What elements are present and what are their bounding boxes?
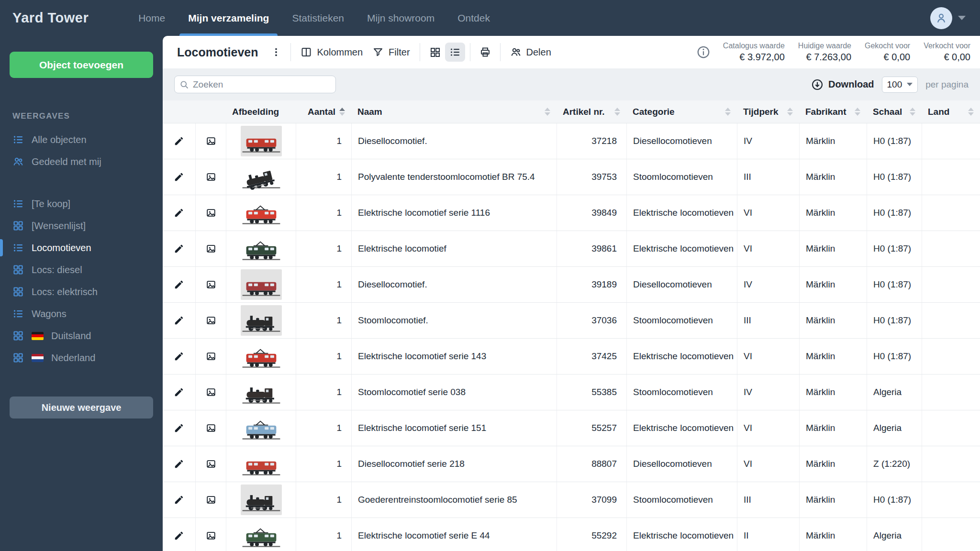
search-icon [179, 80, 189, 89]
page-size-select[interactable]: 100 [882, 77, 918, 93]
list-view-button[interactable] [445, 43, 465, 62]
filter-button[interactable]: Filter [368, 43, 414, 62]
table-row[interactable]: 1Diesellocomotief.37218Diesellocomotieve… [163, 123, 980, 159]
table-row[interactable]: 1Stoomlocomotief.37036StoomlocomotievenI… [163, 303, 980, 339]
pencil-icon [174, 136, 184, 146]
nav-tab-statistieken[interactable]: Statistieken [280, 0, 356, 36]
nav-tab-ontdek[interactable]: Ontdek [446, 0, 501, 36]
share-button[interactable]: Delen [505, 43, 556, 62]
table-row[interactable]: 1Diesellocomotief serie 21888807Diesello… [163, 446, 980, 482]
object-thumbnail[interactable] [241, 449, 282, 479]
edit-button[interactable] [171, 348, 187, 364]
edit-button[interactable] [171, 492, 187, 508]
images-button[interactable] [203, 492, 219, 508]
cell-schaal: H0 (1:87) [867, 339, 922, 374]
object-thumbnail[interactable] [241, 305, 282, 336]
table-row[interactable]: 1Stoomlocomotief serie 03855385Stoomloco… [163, 375, 980, 410]
images-button[interactable] [203, 276, 219, 293]
table-row[interactable]: 1Diesellocomotief.39189Diesellocomotieve… [163, 267, 980, 303]
sidebar-item--wensenlijst-[interactable]: [Wensenlijst] [0, 215, 163, 237]
edit-button[interactable] [171, 456, 187, 472]
cell-land [922, 518, 980, 551]
sidebar-item-locs-diesel[interactable]: Locs: diesel [0, 259, 163, 281]
column-label: Schaal [873, 107, 902, 117]
table-row[interactable]: 1Elektrische locomotief serie E 4455292E… [163, 518, 980, 551]
columns-button[interactable]: Kolommen [296, 43, 368, 62]
header-cell-naam[interactable]: Naam [351, 100, 557, 123]
sidebar-item-locomotieven[interactable]: Locomotieven [0, 237, 163, 259]
object-thumbnail[interactable] [241, 162, 282, 192]
print-button[interactable] [475, 43, 495, 62]
images-button[interactable] [203, 169, 219, 185]
more-options-button[interactable] [267, 43, 286, 61]
sidebar-item-gedeeld-met-mij[interactable]: Gedeeld met mij [0, 151, 163, 173]
table-row[interactable]: 1Polyvalente tenderstoomlocomotief BR 75… [163, 159, 980, 195]
header-cell-artikel-nr-[interactable]: Artikel nr. [557, 100, 626, 123]
object-thumbnail[interactable] [241, 198, 282, 228]
table-row[interactable]: 1Elektrische locomotief serie 14337425El… [163, 339, 980, 375]
header-cell-fabrikant[interactable]: Fabrikant [799, 100, 867, 123]
nav-tab-mijn-showroom[interactable]: Mijn showroom [356, 0, 446, 36]
sidebar-item-alle-objecten[interactable]: Alle objecten [0, 129, 163, 151]
cell-naam: Diesellocomotief serie 218 [351, 446, 557, 482]
edit-button[interactable] [171, 133, 187, 149]
images-button[interactable] [203, 420, 219, 436]
images-button[interactable] [203, 528, 219, 544]
images-button[interactable] [203, 241, 219, 257]
header-cell-categorie[interactable]: Categorie [626, 100, 737, 123]
sidebar-item-duitsland[interactable]: Duitsland [0, 325, 163, 347]
images-button[interactable] [203, 456, 219, 472]
nav-tab-home[interactable]: Home [127, 0, 177, 36]
table-row[interactable]: 1Elektrische locomotief serie 15155257El… [163, 410, 980, 446]
info-button[interactable] [696, 45, 711, 59]
cell-fabrikant: Märklin [799, 482, 867, 518]
object-thumbnail[interactable] [241, 341, 282, 372]
edit-button[interactable] [171, 241, 187, 257]
header-cell-aantal[interactable]: Aantal [296, 100, 351, 123]
sidebar-item-nederland[interactable]: Nederland [0, 347, 163, 369]
object-thumbnail[interactable] [241, 485, 282, 515]
cell-land [922, 267, 980, 302]
edit-button[interactable] [171, 169, 187, 185]
images-button[interactable] [203, 205, 219, 221]
images-button[interactable] [203, 348, 219, 364]
new-view-button[interactable]: Nieuwe weergave [10, 397, 153, 419]
images-button[interactable] [203, 384, 219, 400]
edit-button[interactable] [171, 528, 187, 544]
grid-view-button[interactable] [425, 43, 445, 62]
edit-button[interactable] [171, 420, 187, 436]
edit-button[interactable] [171, 205, 187, 221]
sort-arrows-icon [855, 108, 860, 116]
edit-button[interactable] [171, 384, 187, 400]
cell-fabrikant: Märklin [799, 375, 867, 410]
nav-tab-mijn-verzameling[interactable]: Mijn verzameling [177, 0, 280, 36]
add-object-button[interactable]: Object toevoegen [10, 52, 153, 78]
object-thumbnail[interactable] [241, 126, 282, 156]
table-row[interactable]: 1Elektrische locomotief39861Elektrische … [163, 231, 980, 267]
table-row[interactable]: 1Elektrische locomotief serie 111639849E… [163, 195, 980, 231]
edit-button[interactable] [171, 312, 187, 329]
sidebar-item-wagons[interactable]: Wagons [0, 303, 163, 325]
header-cell-schaal[interactable]: Schaal [867, 100, 922, 123]
cell-schaal: Z (1:220) [867, 446, 922, 482]
cell-artikel-nr: 39861 [557, 231, 626, 266]
stat-value: € 0,00 [884, 52, 911, 63]
object-thumbnail[interactable] [241, 413, 282, 443]
images-button[interactable] [203, 133, 219, 149]
object-thumbnail[interactable] [241, 377, 282, 408]
download-button[interactable]: Download [811, 78, 874, 91]
sidebar-item--te-koop-[interactable]: [Te koop] [0, 193, 163, 215]
object-thumbnail[interactable] [241, 269, 282, 300]
search-input[interactable] [193, 79, 331, 90]
object-thumbnail[interactable] [241, 520, 282, 551]
header-cell-land[interactable]: Land [922, 100, 980, 123]
object-thumbnail[interactable] [241, 233, 282, 264]
grid-icon [12, 352, 24, 364]
edit-button[interactable] [171, 276, 187, 293]
header-cell-tijdperk[interactable]: Tijdperk [737, 100, 799, 123]
table-row[interactable]: 1Goederentreinstoomlocomotief serie 8537… [163, 482, 980, 518]
sidebar-item-locs-elektrisch[interactable]: Locs: elektrisch [0, 281, 163, 303]
chevron-down-icon[interactable] [958, 16, 966, 20]
images-button[interactable] [203, 312, 219, 329]
avatar[interactable] [930, 7, 952, 29]
